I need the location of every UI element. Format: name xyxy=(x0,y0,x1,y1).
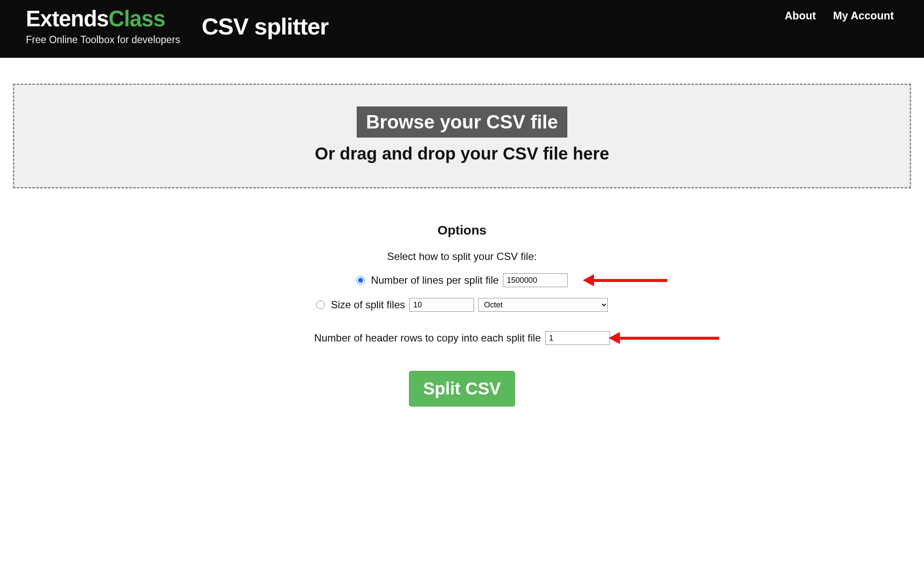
top-nav: About My Account xyxy=(785,9,894,22)
options-title: Options xyxy=(9,223,915,238)
annotation-arrow-icon xyxy=(609,332,719,344)
drag-drop-text: Or drag and drop your CSV file here xyxy=(23,144,901,163)
option-row-header: Number of header rows to copy into each … xyxy=(9,331,915,345)
select-size-unit[interactable]: Octet xyxy=(478,298,608,312)
brand: ExtendsClass Free Online Toolbox for dev… xyxy=(26,8,180,46)
options-subtitle: Select how to split your CSV file: xyxy=(9,251,915,263)
site-header: ExtendsClass Free Online Toolbox for dev… xyxy=(0,0,924,58)
radio-by-lines[interactable] xyxy=(356,276,365,285)
brand-name-part1: Extends xyxy=(26,6,108,31)
split-csv-button[interactable]: Split CSV xyxy=(409,371,515,407)
radio-by-size[interactable] xyxy=(316,301,325,309)
label-by-size: Size of split files xyxy=(331,299,405,311)
file-dropzone[interactable]: Browse your CSV file Or drag and drop yo… xyxy=(13,84,911,188)
input-size-value[interactable] xyxy=(409,298,474,312)
main-content: Browse your CSV file Or drag and drop yo… xyxy=(0,58,924,424)
annotation-arrow-icon xyxy=(583,274,667,286)
brand-name-part2: Class xyxy=(108,6,165,31)
nav-about[interactable]: About xyxy=(785,9,816,22)
label-header-rows: Number of header rows to copy into each … xyxy=(314,332,541,344)
input-header-rows[interactable] xyxy=(545,331,610,345)
input-lines-per-file[interactable] xyxy=(503,273,568,287)
nav-my-account[interactable]: My Account xyxy=(833,9,894,22)
label-by-lines: Number of lines per split file xyxy=(371,274,499,286)
option-row-size: Size of split files Octet xyxy=(9,298,915,312)
page-title: CSV splitter xyxy=(202,13,329,40)
brand-tagline: Free Online Toolbox for developers xyxy=(26,34,180,46)
browse-file-button[interactable]: Browse your CSV file xyxy=(357,106,567,138)
options-section: Options Select how to split your CSV fil… xyxy=(9,223,915,407)
option-row-lines: Number of lines per split file xyxy=(9,273,915,287)
brand-title: ExtendsClass xyxy=(26,8,180,30)
